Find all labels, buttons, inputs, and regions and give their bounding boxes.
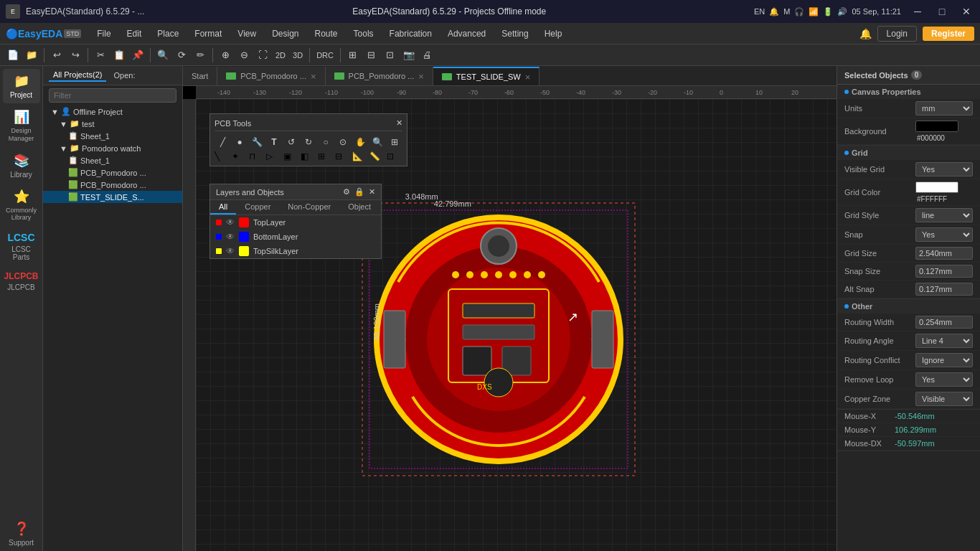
menu-edit[interactable]: Edit bbox=[120, 26, 149, 42]
tab-test-close[interactable]: × bbox=[525, 72, 531, 82]
tree-node-sheet1-test[interactable]: 📋 Sheet_1 bbox=[43, 130, 182, 142]
filter-input[interactable] bbox=[49, 88, 176, 103]
layers-close-icon[interactable]: ✕ bbox=[369, 187, 375, 197]
tool-wrench[interactable]: 🔧 bbox=[249, 134, 265, 150]
tool-extra4[interactable]: 📷 bbox=[400, 47, 418, 64]
pcb-tools-close[interactable]: ✕ bbox=[396, 118, 402, 128]
tool-extra5[interactable]: 🖨 bbox=[419, 47, 436, 64]
tool-rule[interactable]: 📏 bbox=[369, 151, 385, 161]
bottom-layer-eye[interactable]: 👁 bbox=[226, 232, 235, 242]
routing-width-input[interactable] bbox=[915, 316, 973, 329]
tool-measure[interactable]: 📐 bbox=[352, 151, 368, 161]
menu-tools[interactable]: Tools bbox=[347, 26, 381, 42]
tool-2d[interactable]: 2D bbox=[273, 50, 288, 61]
tool-undo[interactable]: ↩ bbox=[48, 47, 65, 64]
menu-file[interactable]: File bbox=[90, 26, 118, 42]
menu-advanced[interactable]: Advanced bbox=[440, 26, 493, 42]
grid-size-input[interactable] bbox=[915, 247, 973, 260]
top-layer-eye[interactable]: 👁 bbox=[226, 217, 235, 227]
layers-settings-icon[interactable]: ⚙ bbox=[343, 187, 350, 197]
tree-node-sheet1-pomodoro[interactable]: 📋 Sheet_1 bbox=[43, 154, 182, 166]
layers-tab-non-copper[interactable]: Non-Copper bbox=[279, 200, 339, 215]
tray-bell[interactable]: 🔔 bbox=[769, 7, 779, 17]
sidebar-item-design-manager[interactable]: 📊 Design Manager bbox=[3, 105, 40, 147]
tool-box3[interactable]: ⊟ bbox=[335, 151, 351, 161]
layer-row-top[interactable]: 👁 TopLayer bbox=[210, 215, 381, 230]
notification-bell-icon[interactable]: 🔔 bbox=[859, 28, 872, 39]
tool-open[interactable]: 📁 bbox=[23, 47, 40, 64]
copper-zone-select[interactable]: Visible Hidden bbox=[915, 392, 973, 406]
background-color-box[interactable] bbox=[915, 121, 958, 132]
menu-design[interactable]: Design bbox=[265, 26, 306, 42]
layers-tab-copper[interactable]: Copper bbox=[236, 200, 279, 215]
layers-lock-icon[interactable]: 🔒 bbox=[354, 187, 364, 197]
tool-fit[interactable]: ⛶ bbox=[254, 47, 271, 64]
layers-tab-all[interactable]: All bbox=[210, 200, 236, 215]
tool-box1[interactable]: ▣ bbox=[283, 151, 299, 161]
tool-drc[interactable]: DRC bbox=[314, 47, 336, 64]
sidebar-item-support[interactable]: ❓ Support bbox=[3, 517, 40, 551]
menu-fabrication[interactable]: Fabrication bbox=[382, 26, 439, 42]
menu-help[interactable]: Help bbox=[537, 26, 570, 42]
tool-redo[interactable]: ↪ bbox=[67, 47, 84, 64]
tree-node-offline-project[interactable]: ▼ 👤 Offline Project bbox=[43, 105, 182, 118]
menu-format[interactable]: Format bbox=[187, 26, 229, 42]
tool-cut[interactable]: ✂ bbox=[92, 47, 109, 64]
grid-color-box[interactable] bbox=[915, 182, 958, 193]
snap-size-input[interactable] bbox=[915, 265, 973, 278]
tab-pcb1-close[interactable]: × bbox=[311, 72, 316, 81]
tool-line[interactable]: ╱ bbox=[215, 134, 230, 150]
tool-annotate[interactable]: ✏ bbox=[192, 47, 209, 64]
tool-extra1[interactable]: ⊞ bbox=[344, 47, 362, 64]
tool-diagonal[interactable]: ╲ bbox=[215, 151, 230, 161]
menu-route[interactable]: Route bbox=[308, 26, 345, 42]
tool-grid-tool[interactable]: ⊞ bbox=[387, 134, 402, 150]
tool-extra3[interactable]: ⊡ bbox=[382, 47, 399, 64]
tool-star[interactable]: ✦ bbox=[232, 151, 248, 161]
topsilk-eye[interactable]: 👁 bbox=[226, 246, 235, 256]
maximize-button[interactable]: □ bbox=[934, 4, 950, 19]
tool-ellipse[interactable]: ⊙ bbox=[335, 134, 351, 150]
tool-search2[interactable]: ⟳ bbox=[173, 47, 190, 64]
routing-conflict-select[interactable]: Ignore Highlight Block bbox=[915, 353, 973, 367]
layer-row-topsilk[interactable]: 👁 TopSilkLayer bbox=[210, 244, 381, 258]
tool-3d[interactable]: 3D bbox=[290, 50, 306, 61]
tab-pcb1[interactable]: PCB_Pomodoro ... × bbox=[217, 67, 325, 85]
menu-setting[interactable]: Setting bbox=[494, 26, 535, 42]
menu-place[interactable]: Place bbox=[150, 26, 186, 42]
tool-copy[interactable]: 📋 bbox=[110, 47, 128, 64]
tab-start[interactable]: Start bbox=[183, 67, 217, 85]
sidebar-item-lcsc-parts[interactable]: LCSC LCSC Parts bbox=[3, 227, 40, 265]
close-button[interactable]: ✕ bbox=[958, 4, 974, 19]
tool-new[interactable]: 📄 bbox=[4, 47, 22, 64]
tool-paste[interactable]: 📌 bbox=[129, 47, 146, 64]
tool-search[interactable]: 🔍 bbox=[154, 47, 171, 64]
tool-circle[interactable]: ● bbox=[232, 134, 248, 150]
layer-row-bottom[interactable]: 👁 BottomLayer bbox=[210, 230, 381, 244]
tool-text-t[interactable]: T bbox=[266, 134, 282, 150]
remove-loop-select[interactable]: Yes No bbox=[915, 372, 973, 387]
alt-snap-input[interactable] bbox=[915, 283, 973, 296]
canvas-area[interactable]: -140 -130 -120 -110 -100 -90 -80 -70 -60… bbox=[183, 86, 837, 551]
tree-node-pcb2[interactable]: 🟩 PCB_Pomodoro ... bbox=[43, 179, 182, 191]
tree-node-test-slide[interactable]: 🟩 TEST_SLIDE_S... bbox=[43, 191, 182, 203]
tool-box2[interactable]: ⊞ bbox=[318, 151, 334, 161]
tool-rect[interactable]: ⊓ bbox=[249, 151, 265, 161]
register-button[interactable]: Register bbox=[923, 27, 974, 41]
tool-arc[interactable]: ○ bbox=[318, 134, 334, 150]
tree-node-pcb1[interactable]: 🟩 PCB_Pomodoro ... bbox=[43, 166, 182, 179]
layers-tab-object[interactable]: Object bbox=[339, 200, 380, 215]
tool-rotate-ccw[interactable]: ↺ bbox=[283, 134, 299, 150]
tool-magnify[interactable]: 🔍 bbox=[369, 134, 385, 150]
tab-all-projects[interactable]: All Projects(2) bbox=[49, 69, 106, 82]
snap-select[interactable]: Yes No bbox=[915, 227, 973, 242]
routing-angle-select[interactable]: Line 4 Line 1 Line 2 bbox=[915, 334, 973, 348]
tool-extra2[interactable]: ⊟ bbox=[363, 47, 380, 64]
tab-pcb2[interactable]: PCB_Pomodoro ... × bbox=[326, 67, 433, 85]
tree-node-pomodoro[interactable]: ▼ 📁 Pomodoro watch bbox=[43, 142, 182, 154]
tool-extra[interactable]: ⊡ bbox=[387, 151, 402, 161]
login-button[interactable]: Login bbox=[877, 26, 917, 42]
tab-pcb2-close[interactable]: × bbox=[418, 72, 424, 81]
tool-arrow[interactable]: ▷ bbox=[266, 151, 282, 161]
tool-zoom-out[interactable]: ⊖ bbox=[235, 47, 253, 64]
